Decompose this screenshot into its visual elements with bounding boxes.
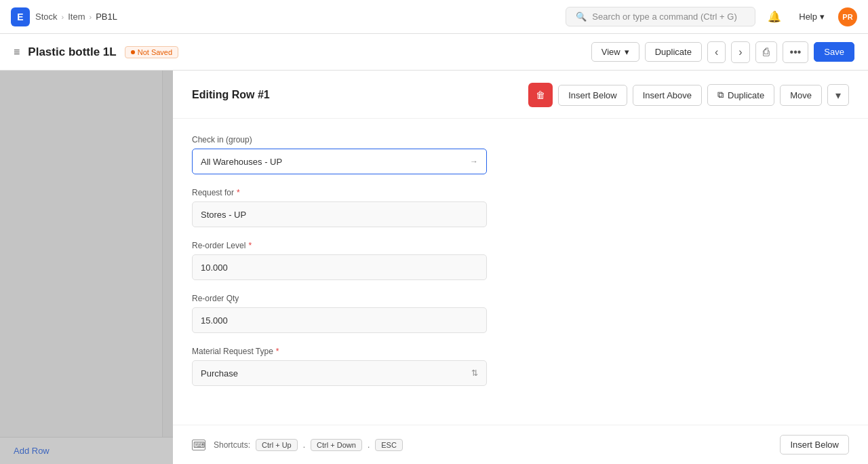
help-label: Help — [799, 12, 817, 22]
reorder-qty-value: 15.000 — [201, 315, 228, 326]
shortcut-ctrl-down[interactable]: Ctrl + Down — [311, 439, 362, 451]
reorder-qty-input[interactable]: 15.000 — [192, 307, 487, 333]
duplicate-row-label: Duplicate — [728, 90, 764, 100]
breadcrumb: Stock › Item › PB1L — [35, 12, 117, 22]
shortcut-ctrl-up[interactable]: Ctrl + Up — [256, 439, 298, 451]
prev-button[interactable]: ‹ — [707, 41, 726, 63]
help-button[interactable]: Help ▾ — [793, 9, 830, 24]
keyboard-icon: ⌨ — [192, 440, 205, 450]
footer-insert-below-button[interactable]: Insert Below — [780, 435, 849, 455]
view-label: View — [601, 47, 620, 57]
material-request-type-field: Material Request Type * Purchase ⇅ — [192, 347, 849, 386]
breadcrumb-sep-2: › — [89, 13, 92, 21]
move-button[interactable]: Move — [780, 85, 822, 106]
page-header: ≡ Plastic bottle 1L Not Saved View ▾ Dup… — [0, 34, 868, 71]
delete-row-button[interactable]: 🗑 — [528, 83, 553, 107]
avatar[interactable]: PR — [838, 7, 857, 26]
breadcrumb-current: PB1L — [96, 12, 117, 22]
not-saved-dot — [131, 50, 135, 54]
search-icon: 🔍 — [576, 12, 587, 22]
request-for-required: * — [237, 188, 240, 197]
insert-below-button[interactable]: Insert Below — [558, 85, 627, 106]
material-request-type-label: Material Request Type * — [192, 347, 849, 356]
app-icon[interactable]: E — [11, 7, 30, 26]
not-saved-badge: Not Saved — [125, 46, 178, 58]
material-request-type-required: * — [276, 347, 279, 356]
page-header-right: View ▾ Duplicate ‹ › ⎙ ••• Save — [591, 41, 854, 63]
select-arrows-icon: ⇅ — [471, 368, 478, 378]
shortcut-esc[interactable]: ESC — [375, 439, 403, 451]
nav-right: 🔍 Search or type a command (Ctrl + G) 🔔 … — [566, 6, 857, 28]
reorder-level-value: 10.000 — [201, 263, 228, 273]
request-for-value: Stores - UP — [201, 210, 246, 220]
modal-body: Check in (group) All Warehouses - UP → R… — [173, 119, 868, 425]
breadcrumb-item[interactable]: Item — [68, 12, 85, 22]
view-chevron-icon: ▾ — [625, 47, 629, 57]
check-in-group-field: Check in (group) All Warehouses - UP → — [192, 135, 849, 174]
request-for-input[interactable]: Stores - UP — [192, 201, 487, 227]
hamburger-icon[interactable]: ≡ — [14, 46, 20, 58]
page-title: Plastic bottle 1L — [28, 45, 116, 59]
modal-title: Editing Row #1 — [192, 89, 270, 101]
check-in-group-input[interactable]: All Warehouses - UP → — [192, 149, 487, 174]
modal-header: Editing Row #1 🗑 Insert Below Insert Abo… — [173, 71, 868, 119]
reorder-level-input[interactable]: 10.000 — [192, 254, 487, 280]
check-in-arrow-icon: → — [470, 157, 478, 166]
material-request-type-value: Purchase — [201, 368, 238, 379]
main-area: Editing Row #1 🗑 Insert Below Insert Abo… — [0, 71, 868, 464]
duplicate-button[interactable]: Duplicate — [645, 42, 702, 62]
material-request-type-select[interactable]: Purchase ⇅ — [192, 360, 487, 386]
insert-above-button[interactable]: Insert Above — [633, 85, 702, 106]
trash-icon: 🗑 — [536, 90, 545, 100]
reorder-qty-label: Re-order Qty — [192, 294, 849, 303]
not-saved-label: Not Saved — [138, 48, 172, 56]
more-button[interactable]: ••• — [783, 41, 809, 63]
reorder-level-field: Re-order Level * 10.000 — [192, 241, 849, 280]
page-header-left: ≡ Plastic bottle 1L Not Saved — [14, 45, 178, 59]
search-placeholder: Search or type a command (Ctrl + G) — [592, 12, 737, 22]
check-in-group-label: Check in (group) — [192, 135, 849, 144]
shortcut-sep-2: . — [368, 440, 370, 450]
reorder-qty-field: Re-order Qty 15.000 — [192, 294, 849, 333]
check-in-group-value: All Warehouses - UP — [201, 157, 282, 167]
nav-left: E Stock › Item › PB1L — [11, 7, 117, 26]
shortcuts-bar: ⌨ Shortcuts: Ctrl + Up . Ctrl + Down . E… — [192, 439, 403, 451]
duplicate-row-button[interactable]: ⧉ Duplicate — [707, 84, 774, 106]
breadcrumb-sep-1: › — [62, 13, 64, 21]
reorder-level-required: * — [248, 241, 252, 250]
modal-actions: 🗑 Insert Below Insert Above ⧉ Duplicate … — [528, 83, 849, 107]
breadcrumb-stock[interactable]: Stock — [35, 12, 58, 22]
save-button[interactable]: Save — [814, 42, 854, 62]
request-for-field: Request for * Stores - UP — [192, 188, 849, 227]
modal-footer: ⌨ Shortcuts: Ctrl + Up . Ctrl + Down . E… — [173, 425, 868, 464]
view-button[interactable]: View ▾ — [591, 42, 639, 62]
search-bar[interactable]: 🔍 Search or type a command (Ctrl + G) — [566, 7, 755, 26]
print-button[interactable]: ⎙ — [755, 41, 777, 63]
modal-chevron-down-button[interactable]: ▾ — [827, 84, 849, 106]
shortcut-sep-1: . — [303, 440, 305, 450]
notification-button[interactable]: 🔔 — [764, 6, 785, 28]
request-for-label: Request for * — [192, 188, 849, 197]
help-chevron-icon: ▾ — [820, 12, 825, 22]
next-button[interactable]: › — [731, 41, 749, 63]
top-nav: E Stock › Item › PB1L 🔍 Search or type a… — [0, 0, 868, 34]
edit-row-modal: Editing Row #1 🗑 Insert Below Insert Abo… — [173, 71, 868, 464]
reorder-level-label: Re-order Level * — [192, 241, 849, 250]
copy-icon: ⧉ — [717, 90, 724, 100]
shortcuts-label: Shortcuts: — [214, 440, 250, 450]
